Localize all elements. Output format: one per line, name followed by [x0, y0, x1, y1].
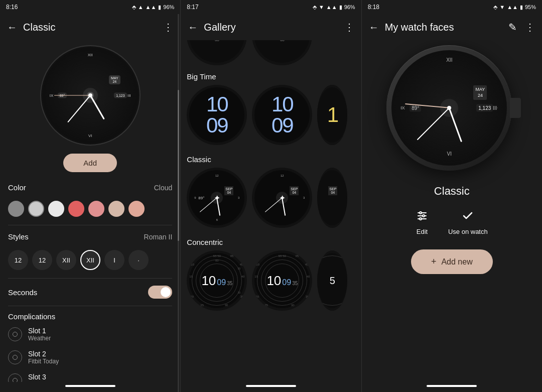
- add-button[interactable]: Add: [63, 154, 117, 172]
- divider-seconds: [8, 306, 172, 306]
- tick-3: [495, 108, 498, 108]
- seconds-label: Seconds: [8, 288, 37, 297]
- concentric-watch-1[interactable]: 55 50 45 40 35 30 25 20 15 10 05 00 55 3…: [187, 250, 247, 311]
- partial-watch-2: 3 ♥ 68: [252, 40, 312, 65]
- slot-3-icon-inner: [13, 378, 18, 382]
- slot-3-name: Slot 3: [28, 373, 71, 381]
- svg-point-4: [423, 215, 425, 217]
- watch-band-right: [510, 98, 521, 118]
- styles-label: Styles: [8, 232, 29, 241]
- time-3: 8:18: [368, 4, 379, 11]
- style-12-1[interactable]: 12: [8, 250, 28, 270]
- swatch-white[interactable]: [48, 201, 64, 217]
- classic-watch-2[interactable]: 12 3 SEP04 ✦: [252, 168, 312, 228]
- home-bar-3: [362, 382, 542, 392]
- menu-button-3[interactable]: ⋮: [525, 21, 535, 33]
- edit-action[interactable]: Edit: [416, 210, 428, 235]
- gallery-row-bigtime: 10 09 10 09 1: [187, 85, 355, 150]
- bigtime-watch-3-partial[interactable]: 1: [317, 85, 347, 145]
- classic-watch-1[interactable]: 12 3 6 9 89° SEP04 ✦: [187, 168, 247, 228]
- seconds-toggle[interactable]: [148, 286, 172, 299]
- edit-label: Edit: [417, 228, 428, 235]
- edit-icon-3[interactable]: ✎: [508, 21, 517, 33]
- back-button-3[interactable]: ←: [369, 22, 379, 33]
- download-icon-3: ▼: [499, 4, 505, 10]
- svg-point-5: [420, 218, 422, 220]
- top-bar-1: ← Classic ⋮: [0, 14, 180, 40]
- slot-3-item[interactable]: Slot 3 Date and month: [8, 369, 172, 382]
- status-icons-3: ⬘ ▼ ▲▲ ▮ 95%: [493, 4, 536, 11]
- menu-button-1[interactable]: ⋮: [163, 21, 173, 33]
- concentric-watch-3-partial[interactable]: 5: [317, 250, 347, 311]
- concentric-watch-2[interactable]: 55 50 45 40 35 30 25 20 15 10 05 10 09: [252, 250, 312, 311]
- scroll-thumb-1: [178, 90, 179, 241]
- style-xii-2[interactable]: XII: [80, 250, 100, 270]
- watch-name-large: Classic: [434, 181, 470, 206]
- battery-percent-2: 96%: [344, 4, 355, 10]
- plus-icon: +: [431, 256, 437, 267]
- section-concentric: Concentric: [187, 233, 355, 250]
- battery-percent-3: 95%: [525, 4, 536, 10]
- use-on-watch-action[interactable]: Use on watch: [448, 210, 488, 235]
- add-new-button[interactable]: + Add new: [411, 249, 493, 274]
- gallery-content[interactable]: 9 ♥ 68 3 ♥ 68 Big Time: [181, 40, 361, 382]
- add-new-label: Add new: [441, 257, 472, 267]
- swatch-cloud[interactable]: [108, 201, 124, 217]
- swatch-gray[interactable]: [8, 201, 24, 217]
- section-bigtime: Big Time: [187, 67, 355, 85]
- signal-icon-3: ▲▲: [507, 4, 518, 10]
- home-bar-2: [181, 382, 361, 392]
- main-watch-outer: XII III VI IX 89° 1,123 MAY24 ✦: [386, 45, 512, 171]
- bigtime-watch-1[interactable]: 10 09: [187, 85, 247, 145]
- swatch-lightred[interactable]: [88, 201, 104, 217]
- time-1: 8:16: [6, 4, 18, 11]
- slot-2-item[interactable]: Slot 2 Fitbit Today: [8, 346, 172, 369]
- seconds-row: Seconds: [8, 281, 172, 304]
- style-buttons: 12 12 XII XII I ·: [8, 246, 172, 276]
- swatch-lightgray[interactable]: [28, 201, 44, 217]
- slot-2-name: Slot 2: [28, 350, 59, 358]
- back-button-1[interactable]: ←: [7, 22, 17, 33]
- style-12-2[interactable]: 12: [32, 250, 52, 270]
- partial-watch-1: 9 ♥ 68: [187, 40, 247, 65]
- status-bar-1: 8:16 ⬘ ▲ ▲▲ ▮ 96%: [0, 0, 180, 14]
- section-classic: Classic: [187, 150, 355, 168]
- settings-content[interactable]: Color Cloud Styles Roman II 12 12 XII XI…: [0, 178, 180, 382]
- divider-color: [8, 225, 172, 225]
- large-roman-xii: XII: [446, 57, 452, 63]
- style-xii-1[interactable]: XII: [56, 250, 76, 270]
- watch-center: [88, 93, 92, 97]
- home-bar-line-2: [246, 385, 296, 387]
- styles-value: Roman II: [144, 233, 173, 241]
- style-dot[interactable]: ·: [128, 250, 149, 270]
- bigtime-watch-2[interactable]: 10 09: [252, 85, 312, 145]
- complications-title: Complications: [8, 308, 172, 323]
- bluetooth-icon: ⬘: [132, 4, 136, 11]
- second-hand: [54, 95, 90, 96]
- battery-icon: ▮: [158, 4, 161, 11]
- panel-my-watch-faces: 8:18 ⬘ ▼ ▲▲ ▮ 95% ← My watch faces ✎ ⋮ X…: [362, 0, 542, 392]
- tick-9: [400, 108, 403, 108]
- swatch-red[interactable]: [68, 201, 84, 217]
- menu-button-2[interactable]: ⋮: [344, 21, 354, 33]
- home-bar-line-3: [427, 385, 477, 387]
- slot-1-item[interactable]: Slot 1 Weather: [8, 323, 172, 346]
- main-watch-preview: XII III VI IX 89° 1,123 MAY24 ✦: [386, 45, 517, 176]
- large-roman-vi: VI: [447, 151, 452, 157]
- bluetooth-icon-3: ⬘: [493, 4, 497, 11]
- swatch-salmon[interactable]: [128, 201, 145, 217]
- classic-watch-3-partial[interactable]: SEP04: [317, 168, 347, 228]
- download-icon-2: ▼: [319, 4, 324, 10]
- use-on-watch-label: Use on watch: [448, 228, 488, 235]
- slot-2-value: Fitbit Today: [28, 358, 59, 365]
- signal-icon: ▲▲: [146, 4, 157, 10]
- panel-classic: 8:16 ⬘ ▲ ▲▲ ▮ 96% ← Classic ⋮ XII III VI…: [0, 0, 181, 392]
- large-steps: 1,123: [476, 104, 493, 112]
- bigtime-face-2: 10 09: [272, 94, 293, 136]
- time-2: 8:17: [187, 4, 198, 11]
- signal-icon-2: ▲▲: [326, 4, 337, 10]
- back-button-2[interactable]: ←: [188, 22, 198, 33]
- color-label: Color: [8, 183, 26, 192]
- slot-1-text: Slot 1 Weather: [28, 327, 51, 342]
- style-i[interactable]: I: [104, 250, 124, 270]
